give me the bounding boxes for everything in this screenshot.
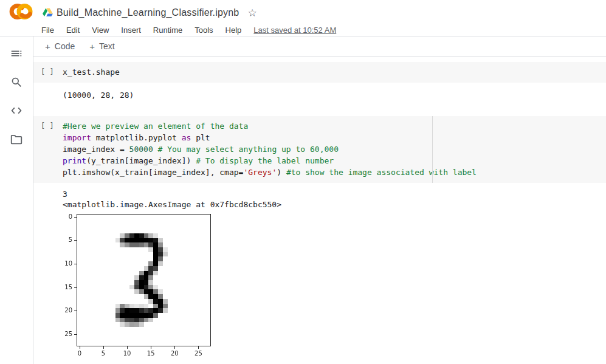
y-tick-label: 10 [59, 260, 72, 267]
search-icon[interactable] [9, 75, 24, 89]
add-code-label: Code [55, 41, 75, 52]
plus-icon: + [89, 41, 95, 52]
code-line: import matplotlib.pyplot as plt [63, 132, 606, 143]
plus-icon: + [45, 41, 50, 52]
x-tick-label: 20 [168, 350, 181, 357]
x-tick-label: 5 [97, 350, 110, 357]
x-tick-label: 25 [191, 350, 205, 357]
x-tick [127, 346, 128, 349]
menu-item-view[interactable]: View [86, 24, 115, 36]
code-editor-2[interactable]: #Here we preview an element of the datai… [63, 120, 606, 178]
notebook-title[interactable]: Build_Machine_Learning_Classifier.ipynb [57, 7, 239, 18]
y-tick-label: 5 [59, 236, 72, 243]
add-text-button[interactable]: + Text [82, 39, 122, 54]
code-cell-1[interactable]: [ ] x_test.shape [33, 62, 606, 83]
left-sidebar [0, 36, 33, 364]
notebook-toolbar: + Code + Text [33, 36, 606, 57]
code-editor-1[interactable]: x_test.shape [63, 66, 606, 78]
y-tick [74, 334, 77, 335]
y-tick-label: 0 [59, 213, 72, 220]
y-tick [74, 311, 77, 311]
code-line: x_test.shape [63, 66, 606, 78]
x-tick-label: 15 [144, 350, 157, 357]
add-text-label: Text [99, 41, 115, 52]
files-icon[interactable] [9, 132, 24, 146]
y-tick [74, 264, 77, 264]
output-line: 3 [63, 189, 606, 199]
x-tick [80, 346, 80, 349]
menu-bar: FileEditViewInsertRuntimeToolsHelpLast s… [35, 23, 606, 36]
mnist-digit-image [77, 215, 210, 346]
menu-item-runtime[interactable]: Runtime [147, 24, 188, 36]
run-cell-button[interactable]: [ ] [41, 120, 63, 178]
code-line: image_index = 50000 # You may select any… [63, 143, 606, 155]
output-line: (10000, 28, 28) [63, 90, 606, 100]
code-line: plt.imshow(x_train[image_index], cmap='G… [63, 167, 606, 178]
code-line: print(y_train[image_index]) # To display… [63, 155, 606, 167]
colab-logo-icon[interactable] [6, 2, 33, 23]
plot-axes [77, 214, 211, 346]
cell-1-output: (10000, 28, 28) [63, 90, 606, 100]
x-tick [198, 346, 199, 349]
y-tick-label: 20 [59, 307, 72, 314]
run-cell-button[interactable]: [ ] [41, 66, 63, 78]
menu-item-insert[interactable]: Insert [115, 24, 147, 36]
last-saved-link[interactable]: Last saved at 10:52 AM [253, 26, 336, 35]
code-line: #Here we preview an element of the data [63, 120, 606, 132]
output-line: <matplotlib.image.AxesImage at 0x7fbcd8c… [63, 199, 606, 210]
add-code-button[interactable]: + Code [38, 39, 82, 54]
x-tick [174, 346, 175, 349]
x-tick [151, 346, 151, 349]
star-icon[interactable]: ☆ [247, 7, 257, 19]
notebook-scroll-area[interactable]: [ ] x_test.shape (10000, 28, 28) [ ] #He… [33, 57, 606, 364]
y-tick-label: 25 [59, 331, 72, 337]
table-of-contents-icon[interactable] [9, 46, 24, 61]
menu-item-file[interactable]: File [35, 24, 60, 36]
menu-item-tools[interactable]: Tools [188, 24, 219, 36]
x-tick-label: 0 [73, 350, 86, 357]
y-tick [74, 217, 77, 218]
y-tick [74, 287, 77, 288]
code-cell-2[interactable]: [ ] #Here we preview an element of the d… [33, 116, 606, 183]
column-ruler [432, 116, 433, 183]
cell-2-output: 3<matplotlib.image.AxesImage at 0x7fbcd8… [63, 189, 606, 210]
google-drive-icon [43, 7, 53, 19]
x-tick [103, 346, 104, 349]
matplotlib-figure: 05101520250510152025 [33, 211, 606, 363]
menu-item-help[interactable]: Help [219, 24, 248, 36]
app-header: Build_Machine_Learning_Classifier.ipynb … [0, 0, 606, 36]
code-snippets-icon[interactable] [9, 103, 24, 118]
menu-item-edit[interactable]: Edit [60, 24, 86, 36]
y-tick-label: 15 [59, 284, 72, 290]
x-tick-label: 10 [120, 350, 134, 357]
y-tick [74, 240, 77, 241]
